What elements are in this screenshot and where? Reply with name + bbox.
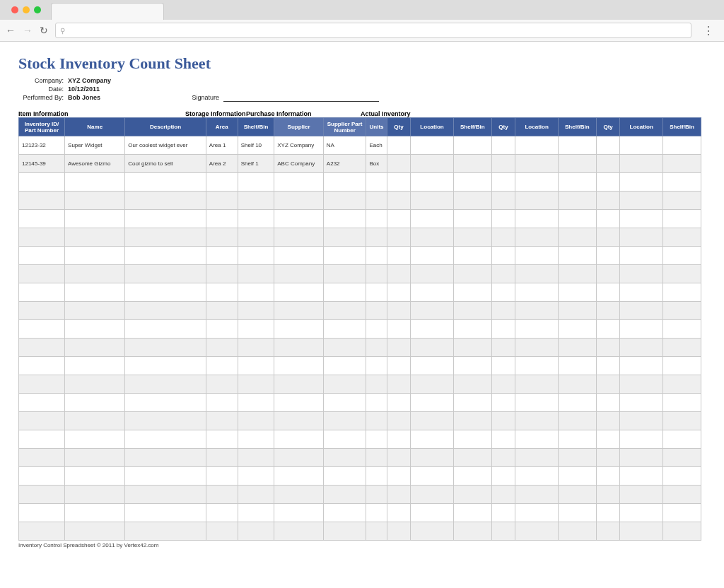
table-cell[interactable] (663, 136, 701, 155)
table-cell[interactable] (387, 430, 411, 449)
table-cell[interactable] (558, 504, 596, 522)
table-cell[interactable] (453, 339, 491, 357)
table-cell[interactable] (663, 430, 701, 449)
table-cell[interactable] (366, 228, 387, 247)
table-cell[interactable] (387, 173, 411, 192)
table-cell[interactable] (238, 430, 274, 449)
table-cell[interactable] (19, 357, 65, 375)
table-cell[interactable] (596, 247, 620, 265)
table-cell[interactable] (596, 339, 620, 357)
table-cell[interactable] (663, 228, 701, 247)
table-cell[interactable] (515, 302, 559, 320)
table-cell[interactable] (65, 394, 125, 412)
table-cell[interactable] (596, 155, 620, 173)
table-cell[interactable] (453, 283, 491, 302)
table-cell[interactable] (663, 467, 701, 486)
table-cell[interactable] (515, 283, 559, 302)
table-cell[interactable] (411, 394, 454, 412)
table-cell[interactable] (125, 522, 206, 541)
table-cell[interactable] (411, 486, 454, 504)
table-cell[interactable] (366, 504, 387, 522)
table-cell[interactable] (453, 504, 491, 522)
table-cell[interactable] (19, 504, 65, 522)
table-cell[interactable] (387, 375, 411, 394)
table-cell[interactable] (558, 357, 596, 375)
table-cell[interactable] (620, 522, 663, 541)
table-cell[interactable] (125, 504, 206, 522)
table-cell[interactable] (19, 210, 65, 228)
table-cell[interactable] (19, 486, 65, 504)
table-cell[interactable] (663, 283, 701, 302)
table-cell[interactable] (663, 486, 701, 504)
table-cell[interactable] (19, 302, 65, 320)
table-cell[interactable]: XYZ Company (274, 136, 324, 155)
table-cell[interactable] (411, 155, 454, 173)
table-cell[interactable] (366, 449, 387, 467)
table-cell[interactable] (238, 357, 274, 375)
table-cell[interactable] (453, 302, 491, 320)
table-cell[interactable] (387, 247, 411, 265)
table-cell[interactable] (323, 320, 366, 339)
table-cell[interactable] (596, 522, 620, 541)
table-cell[interactable] (65, 320, 125, 339)
table-cell[interactable] (620, 449, 663, 467)
table-cell[interactable] (387, 339, 411, 357)
table-cell[interactable] (19, 228, 65, 247)
table-cell[interactable] (65, 302, 125, 320)
table-cell[interactable] (411, 449, 454, 467)
table-cell[interactable] (206, 320, 238, 339)
table-cell[interactable]: ABC Company (274, 155, 324, 173)
table-cell[interactable] (274, 522, 324, 541)
table-cell[interactable] (491, 522, 515, 541)
table-cell[interactable] (206, 247, 238, 265)
table-cell[interactable] (366, 430, 387, 449)
table-cell[interactable] (411, 339, 454, 357)
table-cell[interactable] (411, 210, 454, 228)
table-cell[interactable] (19, 394, 65, 412)
table-cell[interactable] (366, 173, 387, 192)
table-cell[interactable] (453, 412, 491, 430)
table-cell[interactable] (620, 357, 663, 375)
table-cell[interactable] (620, 504, 663, 522)
table-cell[interactable] (453, 210, 491, 228)
table-cell[interactable] (366, 486, 387, 504)
table-cell[interactable] (515, 394, 559, 412)
table-cell[interactable] (206, 504, 238, 522)
table-cell[interactable] (274, 247, 324, 265)
table-cell[interactable] (323, 173, 366, 192)
table-cell[interactable] (515, 467, 559, 486)
table-cell[interactable] (274, 320, 324, 339)
table-cell[interactable] (387, 192, 411, 210)
table-cell[interactable] (125, 265, 206, 283)
table-cell[interactable] (206, 302, 238, 320)
table-cell[interactable] (663, 339, 701, 357)
table-cell[interactable] (19, 467, 65, 486)
table-cell[interactable] (515, 522, 559, 541)
table-cell[interactable] (411, 467, 454, 486)
table-cell[interactable] (274, 302, 324, 320)
table-cell[interactable] (663, 504, 701, 522)
table-cell[interactable] (491, 155, 515, 173)
table-cell[interactable] (411, 412, 454, 430)
table-cell[interactable] (515, 247, 559, 265)
table-cell[interactable] (125, 486, 206, 504)
table-cell[interactable]: Shelf 1 (238, 155, 274, 173)
table-cell[interactable] (663, 394, 701, 412)
table-cell[interactable] (65, 192, 125, 210)
table-cell[interactable] (663, 302, 701, 320)
table-cell[interactable] (558, 228, 596, 247)
table-cell[interactable] (663, 155, 701, 173)
table-cell[interactable] (323, 192, 366, 210)
table-cell[interactable] (19, 430, 65, 449)
table-cell[interactable] (19, 339, 65, 357)
table-cell[interactable] (238, 504, 274, 522)
table-cell[interactable] (491, 412, 515, 430)
table-cell[interactable] (274, 357, 324, 375)
browser-tab[interactable] (51, 3, 164, 20)
table-cell[interactable] (491, 210, 515, 228)
table-cell[interactable] (125, 320, 206, 339)
table-cell[interactable] (65, 430, 125, 449)
table-cell[interactable] (323, 522, 366, 541)
table-cell[interactable] (558, 247, 596, 265)
table-cell[interactable] (206, 522, 238, 541)
